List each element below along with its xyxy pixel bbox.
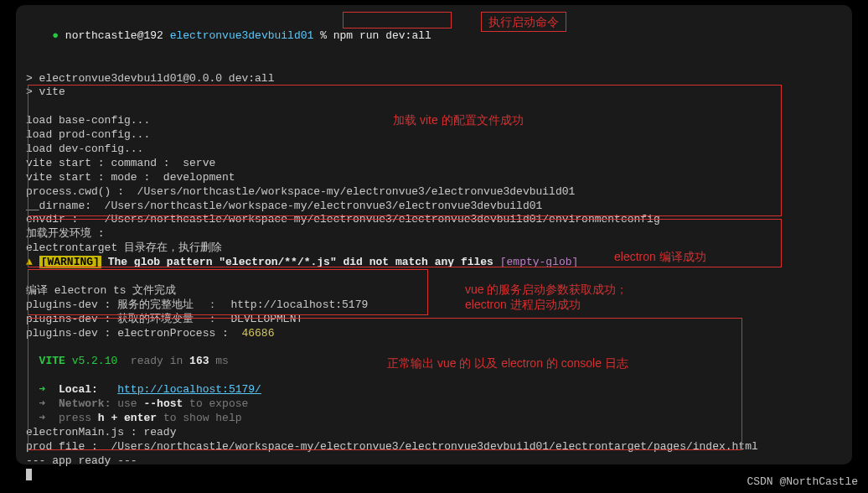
vite-ready-text: ready in — [117, 355, 189, 367]
help-line: ➜ press h + enter to show help — [26, 412, 842, 426]
warning-tag: [WARNING] — [39, 256, 101, 268]
network-flag: --host — [143, 397, 183, 410]
process-cwd-line: process.cwd() : /Users/northcastle/works… — [26, 185, 842, 200]
arrow-icon: ➜ — [39, 412, 46, 424]
blank-line — [26, 369, 842, 383]
arrow-icon: ➜ — [39, 383, 46, 396]
vite-start-mode: vite start : mode : development — [26, 171, 842, 185]
warning-suffix: [empty-glob] — [493, 256, 578, 268]
plugins-dev-pid-line: plugins-dev : electronProcess : 46686 — [26, 327, 842, 341]
app-ready-line: --- app ready --- — [26, 454, 842, 469]
help-key: h + enter — [98, 412, 157, 424]
prod-file-line: prod file : /Users/northcastle/workspace… — [26, 440, 842, 454]
plugin-label: plugins-dev : 获取的环境变量 ： — [26, 313, 230, 325]
load-dev-config: load dev-config... — [26, 143, 842, 157]
prompt-symbol: % — [320, 29, 327, 42]
annotation-command: 执行启动命令 — [481, 12, 566, 32]
load-prod-config: load prod-config... — [26, 128, 842, 143]
local-url[interactable]: http://localhost:5179/ — [117, 383, 261, 396]
prompt-bullet-icon: ● — [52, 29, 59, 42]
electrontarget-line: electrontarget 目录存在，执行删除 — [26, 241, 842, 256]
help-pre: press — [59, 412, 98, 424]
arrow-icon: ➜ — [39, 397, 46, 410]
npm-script-line1: > electronvue3devbuild01@0.0.0 dev:all — [26, 72, 842, 86]
typed-command: npm run dev:all — [333, 29, 431, 42]
vite-label: VITE — [39, 355, 65, 367]
electron-main-ready-line: electronMain.js : ready — [26, 426, 842, 440]
warning-message: The glob pattern "electron/**/*.js" did … — [101, 256, 493, 268]
plugin-pid-value: 46686 — [241, 327, 274, 340]
vite-start-command: vite start : command : serve — [26, 157, 842, 171]
cursor-line[interactable] — [26, 469, 842, 483]
vite-ready-ms: 163 — [189, 355, 209, 367]
annotation-electron-process: electron 进程启动成功 — [465, 297, 581, 312]
plugin-label: plugins-dev : electronProcess : — [26, 327, 241, 340]
annotation-electron-compile: electron 编译成功 — [614, 249, 706, 264]
vite-version: v5.2.10 — [65, 355, 117, 367]
network-hint-pre: use — [111, 397, 143, 410]
local-url-line: ➜ Local: http://localhost:5179/ — [26, 383, 842, 397]
warning-icon: ▲ — [26, 256, 33, 268]
vite-ms-suffix: ms — [209, 355, 228, 367]
terminal-window: ● northcastle@192 electronvue3devbuild01… — [16, 5, 852, 464]
blank-line — [26, 58, 842, 72]
plugin-env-value: DEVELOPMENT — [230, 313, 302, 325]
compile-ts-line: 编译 electron ts 文件完成 — [26, 284, 842, 298]
annotation-vue-params-line1: vue 的服务启动参数获取成功； — [465, 282, 628, 297]
network-label: Network: — [59, 397, 111, 410]
warning-line: ▲ [WARNING] The glob pattern "electron/*… — [26, 256, 842, 270]
cursor-icon — [26, 469, 32, 480]
dirname-line: __dirname: /Users/northcastle/workspace-… — [26, 200, 842, 214]
blank-line — [26, 340, 842, 355]
envdir-line: envdir : /Users/northcastle/workspace-my… — [26, 213, 842, 227]
plugin-url-value: http://localhost:5179 — [230, 298, 368, 311]
watermark-text: CSDN @NorthCastle — [747, 475, 858, 488]
blank-line — [26, 270, 842, 284]
help-post: to show help — [157, 412, 241, 424]
network-hint-post: to expose — [183, 397, 248, 410]
local-label: Local: — [59, 383, 98, 396]
prompt-userhost: northcastle@192 — [65, 29, 163, 42]
network-line: ➜ Network: use --host to expose — [26, 397, 842, 412]
plugins-dev-env-line: plugins-dev : 获取的环境变量 ： DEVELOPMENT — [26, 313, 842, 327]
prompt-line[interactable]: ● northcastle@192 electronvue3devbuild01… — [26, 15, 842, 58]
load-env-cn: 加载开发环境 : — [26, 227, 842, 241]
plugin-label: plugins-dev : 服务的完整地址 ： — [26, 298, 230, 311]
annotation-config-load: 加载 vite 的配置文件成功 — [393, 112, 524, 127]
annotation-console-log: 正常输出 vue 的 以及 electron 的 console 日志 — [387, 355, 628, 371]
npm-script-line2: > vite — [26, 86, 842, 100]
plugins-dev-url-line: plugins-dev : 服务的完整地址 ： http://localhost… — [26, 298, 842, 313]
prompt-cwd: electronvue3devbuild01 — [170, 29, 314, 42]
